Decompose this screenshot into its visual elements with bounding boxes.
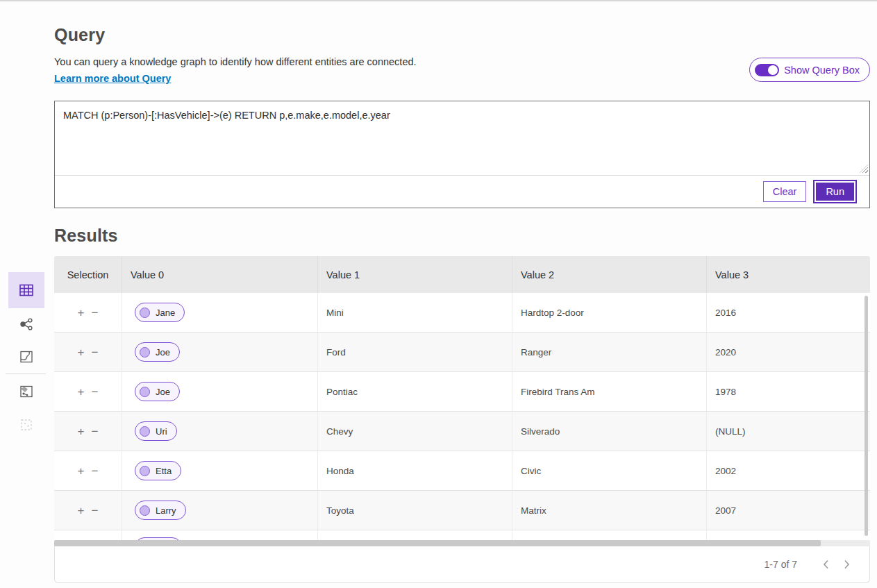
pagination-range: 1-7 of 7 — [765, 559, 797, 570]
column-header-value3: Value 3 — [707, 256, 870, 293]
link-chart-icon — [19, 317, 34, 331]
toggle-switch-icon — [755, 64, 779, 76]
cell-make: Chevy — [318, 412, 512, 451]
toggle-label: Show Query Box — [784, 65, 860, 76]
add-to-selection-button[interactable]: + — [78, 307, 85, 319]
cell-year: 2016 — [707, 293, 870, 332]
sidebar-item-selection-view — [8, 408, 44, 442]
query-editor-container: MATCH (p:Person)-[:HasVehicle]->(e) RETU… — [55, 101, 869, 176]
chevron-left-icon — [823, 560, 829, 569]
cell-year: 2020 — [707, 333, 870, 371]
remove-from-selection-button[interactable]: − — [92, 346, 99, 358]
column-header-value1: Value 1 — [318, 256, 512, 293]
dashed-square-icon — [19, 418, 33, 432]
cell-model: Matrix — [512, 491, 707, 530]
remove-from-selection-button[interactable]: − — [92, 307, 99, 319]
table-row-partial — [54, 530, 870, 540]
entity-pill[interactable]: Uri — [135, 421, 177, 441]
table-row: + − Larry Toyota Matrix 2007 — [54, 491, 870, 530]
query-page: Query You can query a knowledge graph to… — [0, 0, 877, 588]
show-query-box-toggle[interactable]: Show Query Box — [749, 58, 870, 82]
cell-model: Civic — [512, 451, 707, 490]
remove-from-selection-button[interactable]: − — [92, 386, 99, 398]
add-to-selection-button[interactable]: + — [78, 386, 85, 398]
cell-model: Hardtop 2-door — [512, 293, 707, 332]
query-description: You can query a knowledge graph to ident… — [54, 56, 417, 67]
cell-make: Ford — [318, 333, 512, 371]
column-header-selection: Selection — [54, 256, 122, 293]
entity-dot-icon — [140, 426, 150, 437]
cell-year: 2002 — [707, 451, 870, 490]
entity-dot-icon — [140, 466, 150, 476]
cell-model: Silverado — [512, 412, 707, 451]
cell-make: Honda — [318, 451, 512, 490]
entity-dot-icon — [140, 347, 150, 358]
map-overlay-icon — [19, 385, 34, 398]
cell-model: Firebird Trans Am — [512, 372, 707, 411]
sidebar-item-map-view[interactable] — [8, 340, 44, 373]
cell-make: Pontiac — [318, 372, 512, 411]
entity-dot-icon — [140, 387, 150, 397]
cell-year: 1978 — [707, 372, 870, 411]
add-to-selection-button[interactable]: + — [78, 346, 85, 358]
entity-pill[interactable]: Larry — [135, 501, 186, 520]
pagination-bar: 1-7 of 7 — [54, 546, 870, 583]
table-row: + − Uri Chevy Silverado (NULL) — [54, 412, 870, 451]
query-box: MATCH (p:Person)-[:HasVehicle]->(e) RETU… — [54, 101, 870, 208]
table-row: + − Jane Mini Hardtop 2-door 2016 — [54, 293, 870, 333]
sidebar-item-map-overlay-view[interactable] — [8, 375, 44, 408]
entity-dot-icon — [140, 505, 150, 516]
cell-make: Toyota — [318, 491, 512, 530]
clear-button[interactable]: Clear — [763, 181, 807, 202]
sidebar-divider — [6, 373, 46, 374]
query-actions: Clear Run — [55, 176, 869, 208]
entity-pill[interactable]: Joe — [135, 342, 180, 362]
page-title: Query — [54, 25, 105, 45]
cell-make: Mini — [318, 293, 512, 332]
vertical-scrollbar[interactable] — [865, 296, 868, 536]
results-table: Selection Value 0 Value 1 Value 2 Value … — [54, 256, 870, 540]
remove-from-selection-button[interactable]: − — [92, 426, 99, 437]
cell-model: Ranger — [512, 333, 707, 371]
table-view-icon — [19, 283, 34, 297]
table-row: + − Joe Ford Ranger 2020 — [54, 333, 870, 372]
chevron-right-icon — [844, 560, 850, 569]
entity-pill[interactable]: Etta — [135, 461, 181, 480]
horizontal-scrollbar-track[interactable] — [54, 540, 870, 546]
cell-year: 2007 — [707, 491, 870, 530]
results-title: Results — [54, 226, 118, 246]
previous-page-button[interactable] — [815, 554, 836, 575]
horizontal-scrollbar-thumb[interactable] — [54, 540, 821, 546]
add-to-selection-button[interactable]: + — [78, 465, 85, 477]
remove-from-selection-button[interactable]: − — [92, 465, 99, 477]
sidebar-item-link-chart-view[interactable] — [8, 308, 44, 341]
run-button[interactable]: Run — [815, 181, 855, 202]
entity-dot-icon — [140, 308, 150, 318]
entity-pill[interactable]: Joe — [135, 382, 180, 401]
table-row: + − Etta Honda Civic 2002 — [54, 451, 870, 491]
query-input[interactable]: MATCH (p:Person)-[:HasVehicle]->(e) RETU… — [55, 101, 869, 175]
entity-pill[interactable]: Jane — [135, 303, 185, 322]
learn-more-link[interactable]: Learn more about Query — [54, 73, 171, 84]
remove-from-selection-button[interactable]: − — [92, 505, 99, 516]
table-header-row: Selection Value 0 Value 1 Value 2 Value … — [54, 256, 870, 293]
table-row: + − Joe Pontiac Firebird Trans Am 1978 — [54, 372, 870, 412]
add-to-selection-button[interactable]: + — [78, 505, 85, 516]
sidebar-item-table-view[interactable] — [8, 272, 44, 308]
column-header-value0: Value 0 — [122, 256, 318, 293]
column-header-value2: Value 2 — [512, 256, 707, 293]
add-to-selection-button[interactable]: + — [78, 426, 85, 437]
next-page-button[interactable] — [836, 554, 857, 575]
cell-year: (NULL) — [707, 412, 870, 451]
map-icon — [19, 350, 34, 364]
